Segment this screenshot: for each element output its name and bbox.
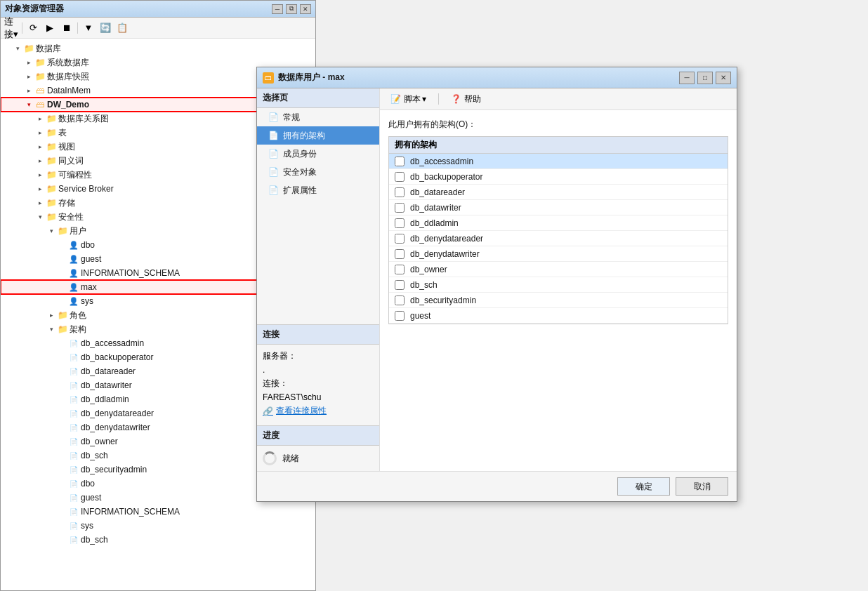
- report-button[interactable]: 📋: [114, 20, 130, 36]
- expander-datainmem[interactable]: ▸: [23, 85, 34, 96]
- schema-row-datawriter[interactable]: db_datawriter: [389, 200, 728, 215]
- expander-databases[interactable]: ▾: [12, 43, 23, 54]
- play-button[interactable]: ▶: [42, 20, 58, 36]
- dialog-left-panel: 选择页 📄 常规 📄 拥有的架构 📄 成员身份 📄 安全对象 📄 扩展属性: [257, 88, 380, 471]
- tree-node-schema-db-sch[interactable]: 📄 db_sch: [1, 533, 315, 547]
- label-snapshot: 数据库快照: [47, 71, 89, 83]
- folder-icon-databases: 📁: [23, 43, 34, 54]
- expander-service-broker[interactable]: ▸: [34, 183, 46, 194]
- expander-system-db[interactable]: ▸: [23, 57, 34, 68]
- schema-checkbox-backupoperator[interactable]: [395, 172, 405, 182]
- schema-icon-datareader: 📄: [68, 366, 79, 377]
- dialog-close-button[interactable]: ✕: [716, 72, 731, 84]
- label-users: 用户: [70, 225, 86, 237]
- play-icon: ▶: [46, 22, 53, 33]
- schema-checkbox-owner[interactable]: [395, 265, 405, 274]
- expander-snapshot[interactable]: ▸: [23, 71, 34, 82]
- user-icon-infoschema: 👤: [68, 267, 79, 279]
- menu-item-extended-props[interactable]: 📄 扩展属性: [257, 181, 379, 199]
- schema-row-datareader[interactable]: db_datareader: [389, 185, 728, 200]
- menu-item-owned-schemas[interactable]: 📄 拥有的架构: [257, 126, 379, 145]
- help-button[interactable]: ❓ 帮助: [445, 91, 487, 107]
- menu-item-general[interactable]: 📄 常规: [257, 108, 379, 126]
- schema-checkbox-db-sch[interactable]: [395, 280, 405, 290]
- script-label: 脚本: [404, 93, 421, 105]
- conn-connect-row: 连接：: [263, 378, 374, 390]
- expander-tables[interactable]: ▸: [34, 127, 46, 138]
- menu-label-general: 常规: [283, 112, 300, 124]
- view-conn-link[interactable]: 🔗 查看连接属性: [263, 405, 374, 417]
- expander-users[interactable]: ▾: [46, 225, 57, 237]
- dialog-minimize-button[interactable]: ─: [679, 72, 695, 84]
- expander-schemas[interactable]: ▾: [46, 324, 57, 335]
- label-schema-dbo: dbo: [81, 479, 95, 489]
- conn-server-row: 服务器：: [263, 350, 374, 362]
- oe-float-button[interactable]: ⧉: [286, 4, 297, 14]
- progress-area: 就绪: [257, 446, 379, 471]
- schema-row-owner[interactable]: db_owner: [389, 262, 728, 277]
- connect-value: FAREAST\schu: [263, 392, 321, 402]
- schema-name-ddladmin: db_ddladmin: [410, 218, 459, 228]
- folder-icon-programmability: 📁: [46, 169, 57, 180]
- schemas-table-header: 拥有的架构: [389, 137, 728, 154]
- connect-button[interactable]: 连接▾: [4, 20, 19, 36]
- user-icon-sys: 👤: [68, 296, 79, 307]
- menu-item-secure-objects[interactable]: 📄 安全对象: [257, 163, 379, 181]
- expander-user-max: [57, 281, 68, 293]
- dialog-title-left: 🗃 数据库用户 - max: [263, 72, 345, 84]
- dialog-body: 选择页 📄 常规 📄 拥有的架构 📄 成员身份 📄 安全对象 📄 扩展属性: [257, 88, 737, 471]
- expander-storage[interactable]: ▸: [34, 197, 46, 208]
- expander-diagram[interactable]: ▸: [34, 113, 46, 124]
- expander-security[interactable]: ▾: [34, 211, 46, 223]
- schema-icon-guest: 📄: [68, 492, 79, 503]
- schema-row-ddladmin[interactable]: db_ddladmin: [389, 215, 728, 231]
- label-dw-demo: DW_Demo: [47, 100, 89, 109]
- view-conn-icon: 🔗: [263, 406, 273, 416]
- schema-row-backupoperator[interactable]: db_backupoperator: [389, 169, 728, 185]
- filter-button[interactable]: ▼: [81, 20, 96, 36]
- schema-name-backupoperator: db_backupoperator: [410, 172, 482, 182]
- tree-node-schema-sys[interactable]: 📄 sys: [1, 519, 315, 533]
- dialog-footer: 确定 取消: [257, 471, 737, 501]
- schema-checkbox-ddladmin[interactable]: [395, 218, 405, 228]
- cancel-button[interactable]: 取消: [676, 477, 728, 496]
- dialog-maximize-button[interactable]: □: [697, 72, 713, 84]
- schema-checkbox-datareader[interactable]: [395, 187, 405, 197]
- oe-pin-button[interactable]: ─: [272, 4, 283, 14]
- expander-synonyms[interactable]: ▸: [34, 155, 46, 166]
- expander-programmability[interactable]: ▸: [34, 169, 46, 180]
- confirm-button[interactable]: 确定: [617, 477, 670, 496]
- folder-icon-storage: 📁: [46, 197, 57, 208]
- schema-row-guest[interactable]: guest: [389, 308, 728, 324]
- schema-row-accessadmin[interactable]: db_accessadmin: [389, 154, 728, 169]
- tree-node-databases[interactable]: ▾ 📁 数据库: [1, 41, 315, 55]
- tree-node-schema-information-schema[interactable]: 📄 INFORMATION_SCHEMA: [1, 505, 315, 519]
- label-schema-securityadmin: db_securityadmin: [81, 465, 147, 474]
- expander-dw-demo[interactable]: ▾: [23, 99, 34, 110]
- expander-roles[interactable]: ▸: [46, 310, 57, 321]
- stop-button[interactable]: ⏹: [59, 20, 74, 36]
- schema-row-db-sch[interactable]: db_sch: [389, 277, 728, 293]
- view-conn-link-row[interactable]: 🔗 查看连接属性: [263, 405, 374, 417]
- expander-views[interactable]: ▸: [34, 141, 46, 152]
- menu-label-secure-objects: 安全对象: [283, 166, 317, 178]
- menu-item-membership[interactable]: 📄 成员身份: [257, 145, 379, 163]
- schema-checkbox-denydatareader[interactable]: [395, 234, 405, 244]
- oe-close-button[interactable]: ✕: [300, 4, 311, 14]
- schema-checkbox-accessadmin[interactable]: [395, 157, 405, 166]
- refresh-button[interactable]: ⟳: [25, 20, 41, 36]
- schema-row-denydatawriter[interactable]: db_denydatawriter: [389, 246, 728, 262]
- schema-checkbox-securityadmin[interactable]: [395, 296, 405, 305]
- schema-icon-db-sch: 📄: [68, 534, 79, 545]
- schema-icon-accessadmin: 📄: [68, 338, 79, 349]
- schema-checkbox-denydatawriter[interactable]: [395, 249, 405, 259]
- schema-row-securityadmin[interactable]: db_securityadmin: [389, 293, 728, 308]
- sync-button[interactable]: 🔄: [98, 20, 113, 36]
- schema-checkbox-datawriter[interactable]: [395, 203, 405, 213]
- membership-icon: 📄: [268, 149, 279, 159]
- schema-row-denydatareader[interactable]: db_denydatareader: [389, 231, 728, 246]
- label-user-infoschema: INFORMATION_SCHEMA: [81, 268, 180, 278]
- schema-checkbox-guest[interactable]: [395, 311, 405, 321]
- folder-icon-diagram: 📁: [46, 113, 57, 124]
- script-button[interactable]: 📝 脚本 ▾: [384, 91, 433, 107]
